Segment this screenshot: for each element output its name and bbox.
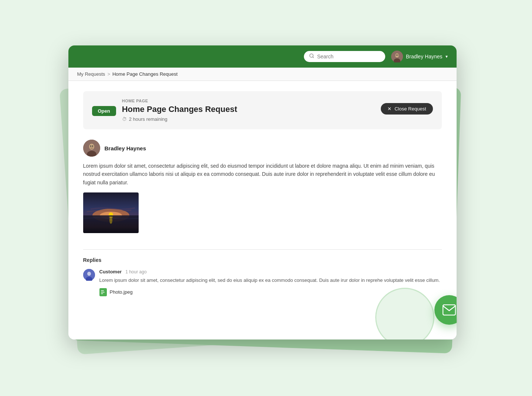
clock-icon: ⏱ <box>122 116 127 122</box>
reply-time: 1 hour ago <box>125 269 146 274</box>
post-image <box>83 192 139 233</box>
request-category: HOME PAGE <box>122 99 237 103</box>
breadcrumb-current: Home Page Changes Request <box>112 71 177 77</box>
svg-rect-24 <box>101 292 105 293</box>
close-x-icon: ✕ <box>387 106 392 112</box>
time-remaining-text: 2 hours remaining <box>129 116 167 122</box>
user-area[interactable]: Bradley Haynes ▾ <box>391 51 448 62</box>
svg-point-8 <box>89 144 94 150</box>
svg-point-3 <box>395 54 399 58</box>
reply-avatar <box>83 269 95 281</box>
post-author-row: Bradley Haynes <box>83 140 442 157</box>
svg-rect-18 <box>109 216 113 218</box>
search-bar[interactable] <box>304 51 385 62</box>
file-icon <box>99 288 107 296</box>
breadcrumb: My Requests > Home Page Changes Request <box>68 68 457 81</box>
search-input[interactable] <box>317 54 380 59</box>
user-name: Bradley Haynes <box>406 54 443 59</box>
post-author-avatar <box>83 140 100 157</box>
svg-point-10 <box>90 146 91 147</box>
request-header-left: Open HOME PAGE Home Page Changes Request… <box>92 99 237 122</box>
breadcrumb-parent[interactable]: My Requests <box>77 71 105 77</box>
request-header: Open HOME PAGE Home Page Changes Request… <box>83 91 442 129</box>
svg-rect-26 <box>443 305 455 315</box>
replies-section: Replies Customer 1 hour ago Lorem ipsum … <box>83 249 442 296</box>
avatar <box>391 51 403 62</box>
svg-point-6 <box>397 55 398 56</box>
post-section: Bradley Haynes Lorem ipsum dolor sit ame… <box>83 140 442 249</box>
breadcrumb-separator: > <box>107 71 110 77</box>
request-time: ⏱ 2 hours remaining <box>122 116 237 122</box>
attachment-name: Photo.jpeg <box>110 289 133 295</box>
chevron-down-icon: ▾ <box>445 54 448 59</box>
close-request-label: Close Request <box>394 106 426 112</box>
replies-title: Replies <box>83 257 442 263</box>
svg-rect-25 <box>101 293 103 294</box>
reply-author-name: Customer <box>99 269 122 274</box>
svg-rect-23 <box>101 290 104 291</box>
reply-item: Customer 1 hour ago Lorem ipsum dolor si… <box>83 269 442 296</box>
close-request-button[interactable]: ✕ Close Request <box>381 103 433 115</box>
request-info: HOME PAGE Home Page Changes Request ⏱ 2 … <box>122 99 237 122</box>
status-badge: Open <box>92 106 116 116</box>
svg-line-1 <box>312 57 314 58</box>
svg-point-20 <box>87 272 91 276</box>
reply-author-row: Customer 1 hour ago <box>99 269 442 274</box>
top-nav: Bradley Haynes ▾ <box>68 45 457 68</box>
request-title: Home Page Changes Request <box>122 105 237 114</box>
svg-point-5 <box>396 55 396 56</box>
mail-icon <box>443 304 456 315</box>
browser-window: Bradley Haynes ▾ My Requests > Home Page… <box>68 45 457 339</box>
post-body: Lorem ipsum dolor sit amet, consectetur … <box>83 162 442 187</box>
post-author-name: Bradley Haynes <box>105 145 146 151</box>
reply-body: Lorem ipsum dolor sit amet, consectetur … <box>99 277 442 284</box>
svg-point-11 <box>92 146 93 147</box>
search-icon <box>309 53 314 60</box>
